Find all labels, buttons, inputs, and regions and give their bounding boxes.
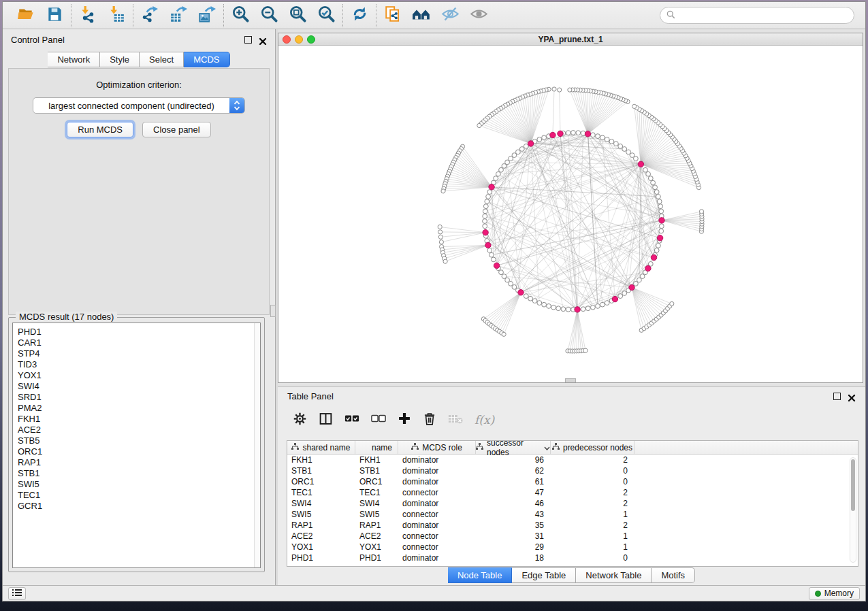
save-button[interactable] xyxy=(45,6,64,25)
column-header[interactable]: MCDS role xyxy=(398,441,476,454)
table-row[interactable]: SWI5 SWI5 connector 43 1 xyxy=(287,509,858,520)
table-row[interactable]: YOX1 YOX1 connector 29 1 xyxy=(287,542,858,552)
mcds-result-item[interactable]: GCR1 xyxy=(18,501,260,512)
function-builder-button[interactable]: f(x) xyxy=(475,413,494,427)
mcds-result-item[interactable]: STP4 xyxy=(18,348,260,359)
mcds-result-item[interactable]: FKH1 xyxy=(18,414,260,425)
table-row[interactable]: TEC1 TEC1 connector 47 2 xyxy=(287,487,858,498)
search-input[interactable] xyxy=(679,11,848,20)
mcds-result-item[interactable]: STB5 xyxy=(18,435,260,446)
cell-mcds-role: dominator xyxy=(398,466,476,476)
table-row[interactable]: STB1 STB1 dominator 62 0 xyxy=(287,465,858,476)
mcds-result-item[interactable]: PMA2 xyxy=(18,403,260,414)
network-canvas[interactable] xyxy=(278,46,863,382)
mcds-result-item[interactable]: TID3 xyxy=(18,359,260,370)
control-panel-tab[interactable]: MCDS xyxy=(184,52,229,67)
mcds-result-item[interactable]: SRD1 xyxy=(18,392,260,403)
minimize-window-icon[interactable] xyxy=(295,35,303,44)
zoom-in-button[interactable] xyxy=(231,6,250,25)
cell-shared-name: ORC1 xyxy=(287,477,355,486)
export-table-icon xyxy=(170,5,187,26)
first-neighbors-button[interactable] xyxy=(412,6,431,25)
column-header[interactable]: predecessor nodes xyxy=(551,441,634,454)
refresh-button[interactable] xyxy=(350,6,369,25)
close-window-icon[interactable] xyxy=(283,35,291,44)
control-panel-tab[interactable]: Style xyxy=(100,52,140,67)
export-image-button[interactable] xyxy=(197,6,216,25)
attribute-icon xyxy=(411,443,419,452)
mcds-result-item[interactable]: ACE2 xyxy=(18,425,260,435)
list-scrollbar[interactable] xyxy=(254,323,260,567)
mcds-result-list[interactable]: PHD1CAR1STP4TID3YOX1SWI4SRD1PMA2FKH1ACE2… xyxy=(12,323,261,568)
table-row[interactable]: ACE2 ACE2 connector 31 1 xyxy=(287,531,858,542)
column-header[interactable]: name xyxy=(355,441,398,454)
attribute-icon xyxy=(291,443,299,452)
show-column-panel-button[interactable] xyxy=(319,412,333,429)
file-group xyxy=(10,6,71,25)
memory-button[interactable]: Memory xyxy=(809,587,860,600)
table-scrollbar[interactable] xyxy=(850,457,856,563)
network-graph[interactable] xyxy=(278,46,863,382)
mcds-result-item[interactable]: STB1 xyxy=(18,468,260,479)
close-panel-button[interactable]: Close panel xyxy=(142,122,211,137)
zoom-fit-button[interactable] xyxy=(288,6,307,25)
mcds-result-item[interactable]: PHD1 xyxy=(18,327,260,337)
task-history-button[interactable] xyxy=(8,587,26,600)
float-panel-icon[interactable] xyxy=(833,393,841,400)
table-tab[interactable]: Network Table xyxy=(576,567,652,583)
run-mcds-button[interactable]: Run MCDS xyxy=(67,122,133,137)
close-panel-icon[interactable] xyxy=(848,393,856,401)
import-table-button[interactable] xyxy=(107,6,126,25)
cell-name: FKH1 xyxy=(355,455,398,465)
column-header[interactable]: shared name xyxy=(287,441,355,454)
mcds-result-item[interactable]: CAR1 xyxy=(18,337,260,348)
mcds-result-item[interactable]: TEC1 xyxy=(18,490,260,501)
table-tab[interactable]: Edge Table xyxy=(512,567,576,583)
splitter-handle[interactable] xyxy=(270,305,276,317)
float-panel-icon[interactable] xyxy=(244,36,252,44)
control-panel-tab[interactable]: Network xyxy=(48,52,100,67)
delete-column-button[interactable] xyxy=(423,412,436,429)
criterion-dropdown[interactable]: largest connected component (undirected) xyxy=(33,97,245,114)
table-row[interactable]: SWI4 SWI4 dominator 46 2 xyxy=(287,498,858,509)
mcds-result-item[interactable]: RAP1 xyxy=(18,457,260,468)
cell-shared-name: FKH1 xyxy=(287,455,355,465)
delete-table-button[interactable] xyxy=(448,413,463,427)
open-button[interactable] xyxy=(16,6,35,25)
mcds-result-item[interactable]: YOX1 xyxy=(18,370,260,381)
mcds-result-item[interactable]: SWI4 xyxy=(18,381,260,392)
column-header[interactable]: successor nodes xyxy=(476,441,551,454)
export-network-button[interactable] xyxy=(140,6,159,25)
close-panel-icon[interactable] xyxy=(259,36,267,44)
select-all-columns-button[interactable] xyxy=(344,413,359,427)
zoom-out-button[interactable] xyxy=(259,6,278,25)
mcds-result-item[interactable]: ORC1 xyxy=(18,446,260,457)
hide-selected-button[interactable] xyxy=(440,6,460,25)
create-column-button[interactable] xyxy=(398,412,411,428)
cell-predecessor-nodes: 2 xyxy=(551,455,634,465)
mcds-result-item[interactable]: SWI5 xyxy=(18,479,260,490)
cell-shared-name: SWI4 xyxy=(287,499,355,508)
maximize-window-icon[interactable] xyxy=(307,35,315,44)
network-splitter-handle[interactable] xyxy=(565,378,576,382)
import-network-button[interactable] xyxy=(78,6,97,25)
unchecked-boxes-icon xyxy=(371,413,386,427)
columns-icon xyxy=(319,412,333,429)
zoom-selected-button[interactable] xyxy=(317,6,336,25)
table-row[interactable]: ORC1 ORC1 dominator 61 0 xyxy=(287,476,858,487)
network-titlebar[interactable]: YPA_prune.txt_1 xyxy=(278,33,863,46)
control-panel-tab[interactable]: Select xyxy=(140,52,184,67)
table-tab[interactable]: Node Table xyxy=(448,567,513,583)
cell-mcds-role: connector xyxy=(398,488,476,497)
search-box[interactable] xyxy=(660,7,854,24)
table-row[interactable]: PHD1 PHD1 dominator 18 0 xyxy=(287,552,858,563)
show-all-button[interactable] xyxy=(469,6,488,25)
table-scrollbar-thumb[interactable] xyxy=(851,459,855,511)
table-settings-button[interactable] xyxy=(293,412,307,429)
table-row[interactable]: RAP1 RAP1 dominator 35 2 xyxy=(287,520,858,531)
table-tab[interactable]: Motifs xyxy=(652,567,695,583)
deselect-all-columns-button[interactable] xyxy=(371,413,386,427)
table-row[interactable]: FKH1 FKH1 dominator 96 2 xyxy=(287,455,858,465)
duplicate-network-button[interactable] xyxy=(383,6,402,25)
export-table-button[interactable] xyxy=(169,6,188,25)
